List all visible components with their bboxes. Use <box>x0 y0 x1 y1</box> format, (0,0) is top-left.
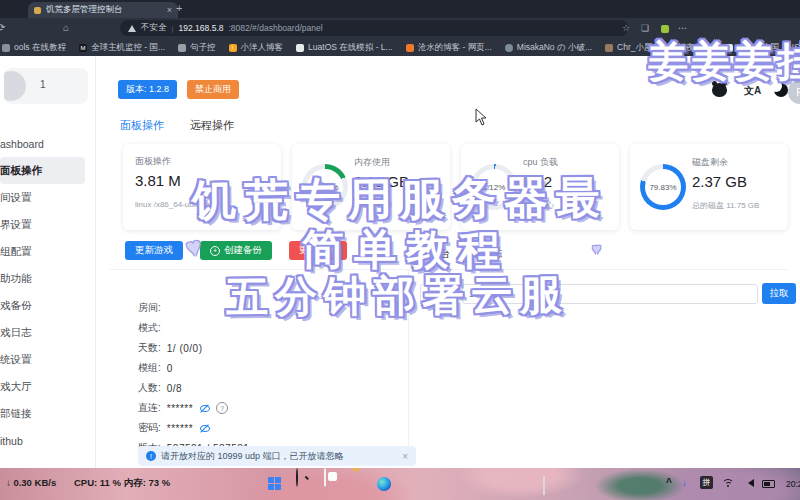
pull-log-button[interactable]: 拉取 <box>762 283 796 304</box>
sidebar-item-panel-ops[interactable]: 面板操作 <box>0 157 85 184</box>
favorite-star-icon[interactable]: ☆ <box>622 23 630 33</box>
user-badge: 1 <box>40 79 46 90</box>
sidebar-item-label: 组配置 <box>0 245 32 259</box>
license-badge: 禁止商用 <box>187 80 239 99</box>
bookmark-label: 全球主机监控 - 国... <box>91 42 165 54</box>
sidebar-item-mod-config[interactable]: 组配置 <box>0 238 95 265</box>
sidebar-item-label: 助功能 <box>0 272 32 286</box>
sidebar-item-label: 面板操作 <box>0 164 42 178</box>
sidebar-item-label: 戏日志 <box>0 326 32 340</box>
form-value: 0 <box>167 363 173 374</box>
bookmark-item[interactable]: 句子控 <box>178 42 216 54</box>
bookmark-item[interactable]: ! 小洋人博客 <box>229 42 284 54</box>
cpu-usage: CPU: 11 % <box>74 477 121 488</box>
sidebar-item-dashboard[interactable]: ashboard <box>0 130 95 157</box>
sidebar-item-github[interactable]: ithub <box>0 427 95 454</box>
browser-menu-icon[interactable]: ⋯ <box>678 23 687 33</box>
user-card[interactable]: 1 <box>4 68 88 104</box>
edge-browser-icon[interactable] <box>377 477 391 491</box>
bookmark-label: 沧水的博客 - 网页... <box>418 42 492 54</box>
eye-off-icon[interactable] <box>199 424 211 433</box>
stat-title: 内存使用 <box>354 156 390 169</box>
bookmark-label: 句子控 <box>190 42 216 54</box>
tab-close-icon[interactable]: × <box>167 5 172 15</box>
tab-remote-ops[interactable]: 远程操作 <box>190 118 234 133</box>
wifi-icon[interactable] <box>722 479 734 489</box>
stat-title: 磁盘剩余 <box>692 156 728 169</box>
taskbar: ↓ 0.30 KB/s CPU: 11 % 内存: 73 % ^ ↓ 拼 20:… <box>0 468 800 500</box>
form-label: 人数: <box>138 381 161 395</box>
bookmark-item[interactable]: Chr_小屋 <box>605 42 652 54</box>
stat-title: cpu 负载 <box>523 156 558 169</box>
new-tab-button[interactable]: + <box>176 2 182 14</box>
disk-ring-chart: 79.83% <box>640 164 686 210</box>
download-arrow-icon[interactable]: ↓ <box>682 477 687 488</box>
sidebar-item-label: 统设置 <box>0 353 32 367</box>
windows-start-icon[interactable] <box>268 477 281 490</box>
cpu-mem-monitor: CPU: 11 % 内存: 73 % <box>74 477 170 490</box>
browser-tab[interactable]: 饥荒多层管理控制台 × <box>28 2 178 18</box>
sidebar-item-world-settings[interactable]: 界设置 <box>0 211 95 238</box>
port-alert: ! 请开放对应的 10999 udp 端口，已开放请忽略 × <box>138 446 416 466</box>
bookmark-label: LuatOS 在线模拟 - L... <box>308 42 393 54</box>
watermark-line-3: 五分钟部署云服 <box>226 267 569 326</box>
tab-favicon <box>34 7 41 14</box>
form-value: 0/8 <box>167 383 182 394</box>
sidebar-item-label: 部链接 <box>0 407 32 421</box>
panel-tabs: 面板操作 远程操作 <box>120 118 234 133</box>
create-backup-button[interactable]: +创建备份 <box>200 241 272 260</box>
volume-icon[interactable] <box>744 479 754 487</box>
tab-panel-ops[interactable]: 面板操作 <box>120 118 164 133</box>
stat-value: 3.81 M <box>135 172 181 189</box>
sidebar-item-game-log[interactable]: 戏日志 <box>0 319 95 346</box>
security-label: 不安全 <box>141 22 167 34</box>
bookmark-favicon: ! <box>229 44 237 52</box>
sidebar-item-game-lobby[interactable]: 戏大厅 <box>0 373 95 400</box>
form-value: ****** <box>167 423 193 434</box>
sidebar-item-label: ithub <box>0 435 23 447</box>
url-path: :8082/#/dashboard/panel <box>228 23 322 33</box>
browser-tab-bar: 饥荒多层管理控制台 × + <box>0 0 800 18</box>
form-row-password: 密码: ****** <box>138 418 249 438</box>
button-label: 更新游戏 <box>135 244 173 257</box>
bookmark-favicon <box>406 44 414 52</box>
sidebar-item-label: 界设置 <box>0 218 32 232</box>
help-circle-icon[interactable]: ? <box>216 402 228 414</box>
alert-text: 请开放对应的 10999 udp 端口，已开放请忽略 <box>161 450 397 463</box>
address-bar[interactable]: 不安全 | 192.168.5.8:8082/#/dashboard/panel <box>120 20 628 36</box>
home-icon[interactable]: ⌂ <box>63 22 69 33</box>
extension-icon[interactable] <box>661 25 669 33</box>
form-label: 直连: <box>138 401 161 415</box>
form-row-direct-connect: 直连: ****** ? <box>138 398 249 418</box>
task-view-icon[interactable] <box>324 468 326 487</box>
sidebar: 1 ashboard 面板操作 间设置 界设置 组配置 助功能 戏备份 戏日志 … <box>0 56 96 468</box>
avatar <box>4 71 26 101</box>
sidebar-item-game-backup[interactable]: 戏备份 <box>0 292 95 319</box>
heart-small-icon: ♥ <box>592 240 601 257</box>
bookmark-item[interactable]: 沧水的博客 - 网页... <box>406 42 492 54</box>
taskbar-app-icon[interactable] <box>543 476 545 495</box>
alert-close-icon[interactable]: × <box>402 451 408 462</box>
bookmark-label: MisakaNo の 小破... <box>517 42 592 54</box>
url-host: 192.168.5.8 <box>179 23 224 33</box>
sidebar-item-system-settings[interactable]: 统设置 <box>0 346 95 373</box>
battery-icon[interactable] <box>762 480 775 488</box>
sidebar-item-external-links[interactable]: 部链接 <box>0 400 95 427</box>
split-screen-icon[interactable]: ❏ <box>641 23 649 33</box>
bookmark-item[interactable]: M 全球主机监控 - 国... <box>79 42 165 54</box>
search-icon[interactable] <box>296 468 298 487</box>
bookmark-favicon <box>178 44 186 52</box>
bookmark-item[interactable]: MisakaNo の 小破... <box>505 42 592 54</box>
eye-off-icon[interactable] <box>199 404 211 413</box>
form-label: 模组: <box>138 361 161 375</box>
update-game-button[interactable]: 更新游戏 <box>125 241 183 260</box>
form-row-players: 人数: 0/8 <box>138 378 249 398</box>
bookmark-item[interactable]: ools 在线教程 <box>2 42 66 54</box>
ime-indicator[interactable]: 拼 <box>700 476 713 489</box>
refresh-icon[interactable]: ⟳ <box>0 22 5 33</box>
sidebar-item-assist[interactable]: 助功能 <box>0 265 95 292</box>
bookmark-item[interactable]: LuatOS 在线模拟 - L... <box>296 42 393 54</box>
tray-expand-icon[interactable]: ^ <box>666 477 672 488</box>
info-icon: ! <box>146 451 156 461</box>
sidebar-item-room-settings[interactable]: 间设置 <box>0 184 95 211</box>
